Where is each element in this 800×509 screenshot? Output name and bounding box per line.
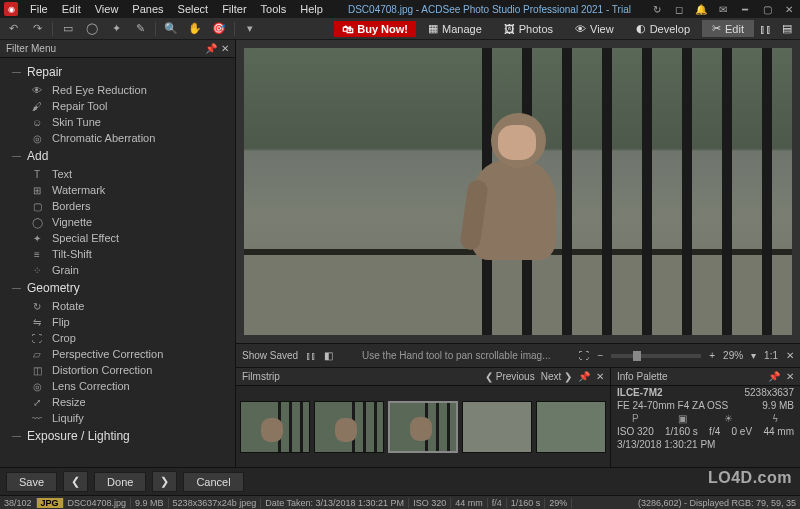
next-image-button[interactable]: ❯ xyxy=(152,471,177,492)
thumb[interactable] xyxy=(462,401,532,453)
filmstrip-thumbs[interactable] xyxy=(236,386,610,467)
image-viewer[interactable]: Show Saved ⫿⫿ ◧ Use the Hand tool to pan… xyxy=(236,40,800,367)
filter-resize[interactable]: ⤢Resize xyxy=(0,394,235,410)
panel-close-icon[interactable]: ✕ xyxy=(221,43,229,54)
filter-group-add[interactable]: —Add xyxy=(0,146,235,166)
save-button[interactable]: Save xyxy=(6,472,57,492)
zoom-out-icon[interactable]: − xyxy=(597,350,603,361)
more-tools-icon[interactable]: ▾ xyxy=(241,20,259,38)
account-icon[interactable]: ◻ xyxy=(672,4,686,15)
filmstrip-next[interactable]: Next ❯ xyxy=(541,371,572,382)
filter-watermark[interactable]: ⊞Watermark xyxy=(0,182,235,198)
mode-dashboard[interactable]: ▤ xyxy=(778,20,796,37)
maximize-icon[interactable]: ▢ xyxy=(760,4,774,15)
filter-text[interactable]: TText xyxy=(0,166,235,182)
sync-icon[interactable]: ↻ xyxy=(650,4,664,15)
mode-edit[interactable]: ✂Edit xyxy=(702,20,754,37)
mode-develop[interactable]: ◐Develop xyxy=(626,20,700,37)
filter-lens-correction[interactable]: ◎Lens Correction xyxy=(0,378,235,394)
info-close-icon[interactable]: ✕ xyxy=(786,371,794,382)
filmstrip-prev[interactable]: ❮ Previous xyxy=(485,371,535,382)
close-icon[interactable]: ✕ xyxy=(782,4,796,15)
filter-group-exposure-lighting[interactable]: —Exposure / Lighting xyxy=(0,426,235,446)
menu-file[interactable]: File xyxy=(24,1,54,17)
magic-wand-icon[interactable]: ✦ xyxy=(107,20,125,38)
mode-view[interactable]: 👁View xyxy=(565,21,624,37)
filter-repair-tool[interactable]: 🖌Repair Tool xyxy=(0,98,235,114)
filter-grain[interactable]: ⁘Grain xyxy=(0,262,235,278)
filter-liquify[interactable]: 〰Liquify xyxy=(0,410,235,426)
pin-icon[interactable]: 📌 xyxy=(205,43,217,54)
filter-red-eye-reduction[interactable]: 👁Red Eye Reduction xyxy=(0,82,235,98)
filter-item-icon: ⛶ xyxy=(30,333,44,344)
zoom-fit-icon[interactable]: ⛶ xyxy=(579,350,589,361)
filter-group-geometry[interactable]: —Geometry xyxy=(0,278,235,298)
prev-image-button[interactable]: ❮ xyxy=(63,471,88,492)
filter-chromatic-aberration[interactable]: ◎Chromatic Aberration xyxy=(0,130,235,146)
info-dims: 5238x3637 xyxy=(745,387,795,398)
thumb[interactable] xyxy=(314,401,384,453)
minimize-icon[interactable]: ━ xyxy=(738,4,752,15)
menu-panes[interactable]: Panes xyxy=(126,1,169,17)
zoom-icon[interactable]: 🔍 xyxy=(162,20,180,38)
mode-manage[interactable]: ▦Manage xyxy=(418,20,492,37)
filmstrip-title: Filmstrip xyxy=(242,371,280,382)
mode-photos[interactable]: 🖼Photos xyxy=(494,21,563,37)
brush-icon[interactable]: ✎ xyxy=(131,20,149,38)
redo-icon[interactable]: ↷ xyxy=(28,20,46,38)
zoom-dropdown-icon[interactable]: ▾ xyxy=(751,350,756,361)
filter-skin-tune[interactable]: ☺Skin Tune xyxy=(0,114,235,130)
filmstrip-pin-icon[interactable]: 📌 xyxy=(578,371,590,382)
done-button[interactable]: Done xyxy=(94,472,146,492)
thumb[interactable] xyxy=(240,401,310,453)
filter-item-label: Watermark xyxy=(52,184,105,196)
filmstrip-close-icon[interactable]: ✕ xyxy=(596,371,604,382)
menu-help[interactable]: Help xyxy=(294,1,329,17)
filter-borders[interactable]: ▢Borders xyxy=(0,198,235,214)
info-pin-icon[interactable]: 📌 xyxy=(768,371,780,382)
thumb[interactable] xyxy=(536,401,606,453)
undo-icon[interactable]: ↶ xyxy=(4,20,22,38)
message-icon[interactable]: ✉ xyxy=(716,4,730,15)
filter-item-label: Liquify xyxy=(52,412,84,424)
filter-flip[interactable]: ⇋Flip xyxy=(0,314,235,330)
filter-item-icon: ≡ xyxy=(30,249,44,260)
show-saved-button[interactable]: Show Saved xyxy=(242,350,298,361)
eyedropper-icon[interactable]: 🎯 xyxy=(210,20,228,38)
filter-group-repair[interactable]: —Repair xyxy=(0,62,235,82)
filter-vignette[interactable]: ◯Vignette xyxy=(0,214,235,230)
mode-365[interactable]: ⫿⫿ xyxy=(756,21,776,37)
menu-view[interactable]: View xyxy=(89,1,125,17)
filter-tilt-shift[interactable]: ≡Tilt-Shift xyxy=(0,246,235,262)
menu-select[interactable]: Select xyxy=(172,1,215,17)
zoom-in-icon[interactable]: + xyxy=(709,350,715,361)
select-rect-icon[interactable]: ▭ xyxy=(59,20,77,38)
develop-icon: ◐ xyxy=(636,22,646,35)
select-lasso-icon[interactable]: ◯ xyxy=(83,20,101,38)
info-shutter: 1/160 s xyxy=(665,426,698,437)
filter-special-effect[interactable]: ✦Special Effect xyxy=(0,230,235,246)
compare-icon[interactable]: ◧ xyxy=(324,350,333,361)
unpin-viewer-icon[interactable]: ✕ xyxy=(786,350,794,361)
zoom-ratio[interactable]: 1:1 xyxy=(764,350,778,361)
filter-distortion-correction[interactable]: ◫Distortion Correction xyxy=(0,362,235,378)
filter-item-label: Repair Tool xyxy=(52,100,107,112)
thumb-selected[interactable] xyxy=(388,401,458,453)
cancel-button[interactable]: Cancel xyxy=(183,472,243,492)
filter-crop[interactable]: ⛶Crop xyxy=(0,330,235,346)
filter-rotate[interactable]: ↻Rotate xyxy=(0,298,235,314)
zoom-slider[interactable] xyxy=(611,354,701,358)
menu-edit[interactable]: Edit xyxy=(56,1,87,17)
filter-item-label: Flip xyxy=(52,316,70,328)
menu-filter[interactable]: Filter xyxy=(216,1,252,17)
histogram-icon[interactable]: ⫿⫿ xyxy=(306,350,316,361)
filter-tree[interactable]: —Repair👁Red Eye Reduction🖌Repair Tool☺Sk… xyxy=(0,58,235,467)
buy-now-button[interactable]: 🛍 Buy Now! xyxy=(334,21,416,37)
filter-perspective-correction[interactable]: ▱Perspective Correction xyxy=(0,346,235,362)
menu-tools[interactable]: Tools xyxy=(255,1,293,17)
hand-icon[interactable]: ✋ xyxy=(186,20,204,38)
info-mode: P xyxy=(617,413,654,424)
filter-menu-title: Filter Menu xyxy=(6,43,56,54)
bell-icon[interactable]: 🔔 xyxy=(694,4,708,15)
filter-item-icon: ↻ xyxy=(30,301,44,312)
